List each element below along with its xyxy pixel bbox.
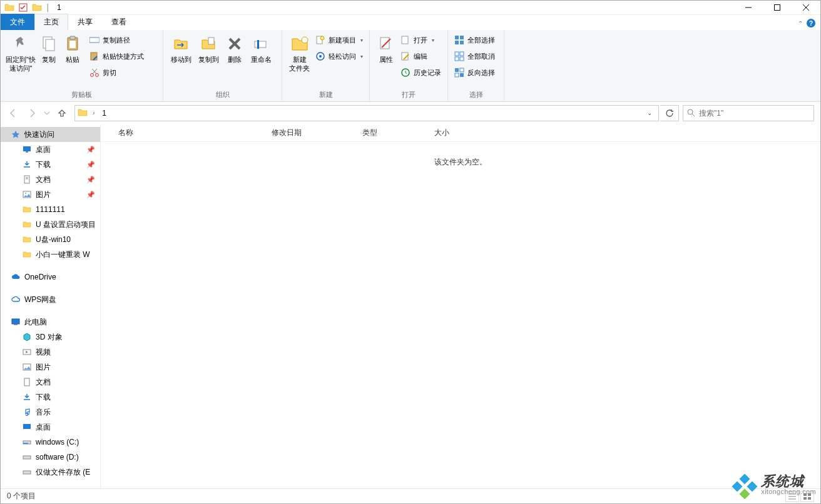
column-date[interactable]: 修改日期 <box>267 128 357 138</box>
sidebar-item-pictures[interactable]: 图片📌 <box>1 187 100 202</box>
invert-selection-button[interactable]: 反向选择 <box>452 66 497 79</box>
sidebar-item-drive-c[interactable]: windows (C:) <box>1 435 100 450</box>
forward-button[interactable] <box>23 105 41 121</box>
svg-rect-6 <box>46 39 54 51</box>
history-button[interactable]: 历史记录 <box>398 66 444 79</box>
content-pane: 名称 ⌃ 修改日期 类型 大小 该文件夹为空。 <box>101 124 820 488</box>
sidebar-item-documents[interactable]: 文档📌 <box>1 172 100 187</box>
recent-locations-button[interactable] <box>42 105 52 121</box>
music-icon <box>22 407 32 417</box>
easy-access-button[interactable]: 轻松访问▾ <box>313 49 365 63</box>
column-size[interactable]: 大小 <box>429 128 486 138</box>
qat-dropdown-icon[interactable]: │ <box>44 1 52 14</box>
svg-rect-56 <box>23 424 31 429</box>
svg-rect-44 <box>23 146 31 151</box>
sidebar-item-drive-d[interactable]: software (D:) <box>1 450 100 465</box>
tab-file[interactable]: 文件 <box>1 14 34 30</box>
column-type[interactable]: 类型 <box>357 128 429 138</box>
rename-icon <box>251 34 271 54</box>
sidebar-item-downloads[interactable]: 下载📌 <box>1 157 100 172</box>
cloud-icon <box>11 272 21 282</box>
view-large-icons-button[interactable] <box>800 491 814 502</box>
sidebar-item-music[interactable]: 音乐 <box>1 405 100 420</box>
search-box[interactable] <box>683 105 814 121</box>
sidebar-item-onedrive[interactable]: OneDrive <box>1 270 100 285</box>
svg-rect-34 <box>455 52 459 56</box>
close-button[interactable] <box>792 1 820 14</box>
new-item-button[interactable]: 新建项目▾ <box>313 33 365 47</box>
pin-icon <box>11 34 31 54</box>
svg-rect-32 <box>455 41 459 44</box>
qat-properties-icon[interactable] <box>17 1 29 14</box>
sidebar-item-wps[interactable]: WPS网盘 <box>1 292 100 307</box>
sidebar-item-drive-e[interactable]: 仅做文件存放 (E <box>1 465 100 480</box>
status-bar: 0 个项目 <box>1 488 820 503</box>
column-name[interactable]: 名称 <box>113 128 267 138</box>
cut-button[interactable]: 剪切 <box>87 66 146 79</box>
sidebar-item-documents2[interactable]: 文档 <box>1 375 100 390</box>
up-button[interactable] <box>53 105 71 121</box>
svg-rect-52 <box>14 324 18 325</box>
folder-small-icon <box>31 1 43 14</box>
sidebar-item-videos[interactable]: 视频 <box>1 345 100 360</box>
sidebar-item-folder-4[interactable]: 小白一键重装 W <box>1 247 100 262</box>
search-input[interactable] <box>699 109 810 118</box>
edit-button[interactable]: 编辑 <box>398 49 444 63</box>
rename-button[interactable]: 重命名 <box>247 33 275 64</box>
select-none-button[interactable]: 全部取消 <box>452 49 497 63</box>
tab-view[interactable]: 查看 <box>102 14 136 30</box>
svg-rect-16 <box>208 38 214 44</box>
pin-to-quick-access-button[interactable]: 固定到"快 速访问" <box>4 33 37 73</box>
view-details-button[interactable] <box>785 491 799 502</box>
sidebar-item-desktop2[interactable]: 桌面 <box>1 420 100 435</box>
help-icon[interactable]: ? <box>807 19 815 28</box>
sidebar-item-downloads2[interactable]: 下载 <box>1 390 100 405</box>
sidebar-item-folder-1[interactable]: 1111111 <box>1 202 100 217</box>
minimize-button[interactable] <box>734 1 763 14</box>
breadcrumb-item[interactable]: 1 <box>98 109 110 118</box>
maximize-button[interactable] <box>763 1 792 14</box>
sort-indicator-icon: ⌃ <box>285 130 290 136</box>
copy-to-button[interactable]: 复制到 <box>195 33 222 64</box>
history-icon <box>400 68 410 78</box>
svg-point-23 <box>320 36 324 40</box>
sidebar-item-quick-access[interactable]: 快速访问 <box>1 127 100 142</box>
properties-button[interactable]: 属性 <box>374 33 398 64</box>
move-to-button[interactable]: 移动到 <box>167 33 195 64</box>
breadcrumb-separator[interactable]: › <box>89 109 98 116</box>
svg-rect-41 <box>460 73 464 77</box>
refresh-button[interactable] <box>660 105 679 121</box>
navigation-bar: › 1 ⌄ <box>1 102 820 124</box>
back-button[interactable] <box>4 105 22 121</box>
delete-icon <box>225 34 245 54</box>
address-dropdown-icon[interactable]: ⌄ <box>643 109 656 116</box>
new-folder-button[interactable]: 新建 文件夹 <box>286 33 313 73</box>
copy-icon <box>39 34 59 54</box>
address-bar[interactable]: › 1 ⌄ <box>74 105 659 121</box>
collapse-ribbon-icon[interactable]: ⌃ <box>798 20 803 27</box>
star-icon <box>11 129 21 139</box>
sidebar-item-pictures2[interactable]: 图片 <box>1 360 100 375</box>
sidebar-item-desktop[interactable]: 桌面📌 <box>1 142 100 157</box>
paste-button[interactable]: 粘贴 <box>61 33 84 64</box>
copy-path-button[interactable]: 复制路径 <box>87 33 146 47</box>
svg-rect-2 <box>775 5 780 11</box>
sidebar-item-this-pc[interactable]: 此电脑 <box>1 315 100 330</box>
paste-shortcut-button[interactable]: 粘贴快捷方式 <box>87 49 146 63</box>
tab-home[interactable]: 主页 <box>34 14 68 30</box>
sidebar-item-3d-objects[interactable]: 3D 对象 <box>1 330 100 345</box>
group-label-select: 选择 <box>448 90 504 101</box>
svg-line-14 <box>93 69 97 74</box>
sidebar-item-folder-2[interactable]: U 盘设置启动项目 <box>1 217 100 232</box>
download-icon <box>22 159 32 169</box>
delete-button[interactable]: 删除 <box>222 33 247 64</box>
sidebar-item-folder-3[interactable]: U盘-win10 <box>1 232 100 247</box>
ribbon: 固定到"快 速访问" 复制 粘贴 复制路径 粘贴快捷方式 剪切 剪贴板 <box>1 30 820 102</box>
desktop-icon <box>22 422 32 432</box>
svg-point-21 <box>302 37 308 43</box>
copy-button[interactable]: 复制 <box>37 33 61 64</box>
tab-share[interactable]: 共享 <box>68 14 102 30</box>
navigation-tree[interactable]: 快速访问 桌面📌 下载📌 文档📌 图片📌 1111111 U 盘设置启动项目 U… <box>1 124 101 488</box>
open-button[interactable]: 打开▾ <box>398 33 444 47</box>
select-all-button[interactable]: 全部选择 <box>452 33 497 47</box>
